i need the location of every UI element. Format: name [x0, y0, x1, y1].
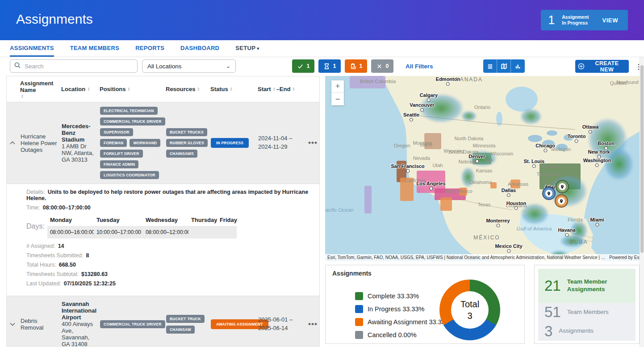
- city-marker: Dallas: [502, 188, 516, 197]
- city-marker: Washington: [583, 158, 611, 167]
- region-label: Oregon: [394, 143, 410, 148]
- city-marker: Edmonton: [436, 76, 460, 86]
- column-header-resources[interactable]: Resources▲▼: [164, 76, 209, 102]
- assignment-name-text: Hurricane Helene Power Outages: [21, 133, 57, 153]
- detail-stat: Timesheets Subtotal:$13280.63: [26, 271, 314, 277]
- city-dot: [427, 98, 431, 102]
- day-time: [217, 226, 237, 238]
- map-icon: [501, 63, 507, 70]
- chevron-down-icon: ⌄: [226, 63, 230, 69]
- stat-team-member-assignments[interactable]: 21Team Member Assignments: [538, 269, 636, 303]
- stat-team-members[interactable]: 51Team Members: [538, 304, 636, 321]
- complete-filter-button[interactable]: 1: [292, 59, 314, 73]
- search-icon: [14, 62, 21, 70]
- city-marker: Denver: [468, 154, 485, 163]
- day-name: Tuesday: [94, 214, 143, 226]
- collapse-row-icon[interactable]: [7, 137, 18, 149]
- create-new-button[interactable]: CREATE NEW: [575, 60, 629, 73]
- view-list-button[interactable]: [483, 59, 497, 73]
- tab-dashboard[interactable]: DASHBOARD: [180, 40, 219, 57]
- in-progress-filter-button[interactable]: 1: [318, 59, 341, 73]
- table-row[interactable]: Hurricane Helene Power OutagesMercedes-B…: [7, 102, 319, 184]
- stat-assignments[interactable]: 3Assignments: [538, 323, 636, 340]
- tab-setup[interactable]: SETUP▾: [235, 40, 259, 57]
- country-label: MÉXICO: [473, 234, 500, 241]
- column-header-assignment-name[interactable]: Assignment Name▲▼: [18, 76, 59, 102]
- view-chart-button[interactable]: [511, 59, 525, 73]
- status-badge: IN PROGRESS: [211, 138, 249, 148]
- country-label: CUBA: [569, 239, 588, 245]
- row-actions-menu-icon[interactable]: •••: [306, 315, 319, 333]
- city-dot: [410, 118, 413, 121]
- in-progress-summary-badge[interactable]: 1 AssignmentIn Progress VIEW: [541, 10, 628, 30]
- end-date: 2024-11-29: [258, 143, 304, 151]
- stat-label: Team Members: [567, 309, 609, 316]
- city-label: Edmonton: [436, 76, 460, 82]
- region-label: New Mexico: [446, 188, 473, 194]
- pin-icon: [559, 199, 564, 204]
- detail-label: Timesheets Subtotal:: [26, 271, 79, 277]
- column-header-start-end[interactable]: Start▲▼–End▲▼: [256, 76, 306, 102]
- chart-legend: Complete 33.33%In Progress 33.33%Awaitin…: [355, 292, 451, 339]
- detail-stat: Last Updated:07/10/2025 12:32:25: [26, 280, 314, 287]
- marker-complete[interactable]: [556, 180, 569, 193]
- search-input[interactable]: [24, 63, 133, 70]
- tab-label: TEAM MEMBERS: [70, 45, 120, 51]
- scrollbar-thumb[interactable]: [640, 65, 644, 253]
- city-label: Havana: [558, 227, 575, 233]
- awaiting-filter-button[interactable]: 1: [345, 59, 367, 73]
- badge-label: AssignmentIn Progress: [562, 14, 589, 26]
- location-select[interactable]: All Locations⌄: [142, 59, 236, 73]
- detail-value: Units to be deployed to help restore pow…: [26, 189, 308, 201]
- tab-label: DASHBOARD: [180, 45, 219, 51]
- city-dot: [532, 164, 536, 168]
- column-header-status[interactable]: Status▲▼: [209, 76, 256, 102]
- city-label: Washington: [583, 158, 611, 163]
- view-button[interactable]: VIEW: [599, 17, 621, 24]
- city-label: New York: [588, 149, 610, 155]
- page-title: Assignments: [16, 12, 93, 27]
- column-header-positions[interactable]: Positions▲▼: [98, 76, 164, 102]
- detail-value: 07/10/2025 12:32:25: [64, 280, 116, 287]
- view-map-button[interactable]: [497, 59, 511, 73]
- app-header: Assignments 1 AssignmentIn Progress VIEW: [0, 0, 644, 40]
- assignment-name-text: Debris Removal: [21, 318, 43, 331]
- region-label: Idaho: [420, 142, 432, 147]
- stat-gray-group: 51Team Members3Assignments: [538, 303, 636, 341]
- city-label: Denver: [468, 154, 485, 159]
- column-header-location[interactable]: Location▲▼: [59, 76, 98, 102]
- start-date: 2025-06-01 –: [258, 316, 304, 324]
- all-filters-link[interactable]: All Filters: [406, 57, 433, 76]
- table-row[interactable]: Debris RemovalSavannah International Air…: [7, 296, 319, 347]
- resource-chip: RUBBER GLOVES: [166, 139, 208, 147]
- city-label: Boston: [598, 141, 615, 146]
- page-scrollbar[interactable]: [640, 57, 644, 347]
- kebab-menu-icon[interactable]: ⋮: [632, 61, 640, 72]
- column-header-label: Resources: [166, 86, 195, 92]
- city-marker: Chicago: [535, 143, 555, 152]
- row-actions-menu-icon[interactable]: •••: [306, 134, 319, 152]
- city-marker: Miami: [590, 217, 604, 226]
- cancelled-filter-button[interactable]: 0: [371, 59, 393, 73]
- sort-icon: ▲▼: [292, 87, 295, 91]
- zoom-out-button[interactable]: −: [331, 93, 344, 105]
- marker-in-progress[interactable]: [542, 187, 556, 200]
- region-label: Ontario: [474, 105, 490, 110]
- tab-reports[interactable]: REPORTS: [135, 40, 164, 57]
- expand-row-icon[interactable]: [7, 318, 18, 330]
- assignment-name: Debris Removal: [18, 313, 59, 335]
- tab-assignments[interactable]: ASSIGNMENTS: [10, 40, 54, 57]
- search-box[interactable]: [10, 59, 138, 73]
- map-panel[interactable]: CANADAMÉXICOCUBABritish ColumbiaQuébecNe…: [325, 76, 644, 261]
- marker-awaiting[interactable]: [555, 194, 568, 208]
- zoom-in-button[interactable]: +: [331, 80, 344, 93]
- position-chip: LOGISTICS COORDINATOR: [100, 171, 159, 179]
- position-chip: FORKLIFT DRIVER: [100, 150, 143, 158]
- main-tabbar: ASSIGNMENTSTEAM MEMBERSREPORTSDASHBOARDS…: [0, 40, 644, 57]
- filter-count: 0: [386, 63, 389, 69]
- plus-circle-icon: [578, 63, 585, 70]
- tab-team-members[interactable]: TEAM MEMBERS: [70, 40, 120, 57]
- assignment-name: Hurricane Helene Power Outages: [18, 129, 59, 158]
- city-marker: Boston: [598, 141, 615, 150]
- city-label: Dallas: [502, 188, 516, 193]
